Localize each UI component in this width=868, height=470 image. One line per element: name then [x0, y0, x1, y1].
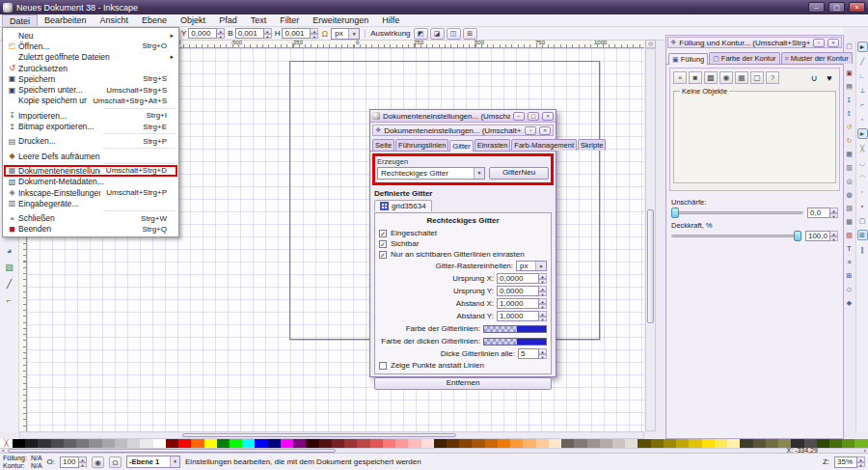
fill-stroke-dialog-icon[interactable]: ▧: [844, 230, 854, 240]
redo-icon[interactable]: ↻: [844, 135, 854, 146]
palette-swatch[interactable]: [727, 439, 740, 448]
palette-swatch[interactable]: [255, 439, 267, 448]
dropper-tool-icon[interactable]: ╱: [2, 277, 17, 290]
snap-enable-icon[interactable]: ►: [857, 41, 868, 52]
palette-swatch[interactable]: [242, 439, 255, 448]
palette-swatch[interactable]: [740, 439, 752, 448]
snap-grid-icon[interactable]: ⊞: [857, 230, 868, 240]
y-field[interactable]: 0,000 ▲▼: [188, 28, 225, 39]
palette-swatch[interactable]: [166, 439, 178, 448]
palette-swatch[interactable]: [204, 439, 217, 448]
palette-swatch[interactable]: [51, 439, 64, 448]
checkbox[interactable]: ✓: [379, 251, 387, 259]
no-paint-icon[interactable]: ×: [673, 71, 687, 84]
fill-stroke-indicator[interactable]: Füllung: N/A Kontur: N/A: [3, 455, 42, 470]
palette-swatch[interactable]: [689, 439, 701, 448]
menu-item-kopie-speichern[interactable]: Kopie speichern unter... Umschalt+Strg+A…: [4, 96, 177, 106]
palette-swatch[interactable]: [191, 439, 203, 448]
zoom-level-spin[interactable]: 35% ▲▼: [834, 456, 865, 468]
palette-swatch[interactable]: [587, 439, 600, 448]
checkbox-row[interactable]: ✓ Eingeschaltet: [379, 228, 547, 238]
menu-text[interactable]: Text: [244, 14, 274, 26]
dialog-tab[interactable]: Gitter: [449, 140, 473, 152]
menu-item-dokumenteneinstellungen[interactable]: ▦ Dokumenteneinstellungen... Umschalt+St…: [4, 165, 177, 176]
scrollbar-thumb[interactable]: [647, 209, 654, 324]
checkbox-unchecked[interactable]: [379, 362, 387, 370]
checkbox[interactable]: ✓: [379, 240, 387, 248]
palette-swatch[interactable]: [651, 439, 664, 448]
grid-entry-tab[interactable]: grid35634: [374, 200, 432, 211]
palette-swatch[interactable]: [625, 439, 637, 448]
palette-swatch[interactable]: [510, 439, 523, 448]
palette-swatch[interactable]: [38, 439, 50, 448]
menu-bearbeiten[interactable]: Bearbeiten: [38, 14, 94, 26]
palette-swatch[interactable]: [115, 439, 127, 448]
dialog-tab[interactable]: Skripte: [578, 139, 606, 151]
palette-swatch[interactable]: [153, 439, 166, 448]
spin-field[interactable]: 1,0000 ▲▼: [497, 311, 547, 321]
snap-path-intersection-icon[interactable]: ◡: [857, 157, 868, 168]
palette-swatch[interactable]: [370, 439, 383, 448]
palette-swatch[interactable]: [293, 439, 306, 448]
undo-icon[interactable]: ↺: [844, 122, 854, 132]
opacity-slider[interactable]: [671, 231, 801, 241]
dialog-close-button[interactable]: ×: [542, 112, 554, 121]
pattern-icon[interactable]: ▦: [735, 71, 748, 84]
palette-swatch[interactable]: [536, 439, 549, 448]
menu-pfad[interactable]: Pfad: [212, 14, 244, 26]
layer-visibility-toggle-icon[interactable]: ◉: [92, 456, 104, 468]
menu-item-zuruecksetzen[interactable]: ↺ Zurücksetzen: [4, 63, 177, 73]
dialog-minimize-button[interactable]: ‒: [513, 112, 525, 121]
palette-swatch[interactable]: [447, 439, 459, 448]
vertical-scrollbar[interactable]: [645, 48, 656, 431]
snap-node-smooth-icon[interactable]: ◦: [857, 186, 868, 197]
dialog-tab[interactable]: Seite: [372, 139, 394, 151]
unknown-paint-icon[interactable]: ?: [766, 71, 779, 84]
palette-swatch[interactable]: [281, 439, 293, 448]
palette-swatch[interactable]: [178, 439, 191, 448]
group-icon[interactable]: ▩: [844, 216, 854, 227]
menu-item-leere-defs[interactable]: ◆ Leere Defs aufräumen: [4, 151, 177, 161]
palette-swatch[interactable]: [766, 439, 778, 448]
menu-item-importieren[interactable]: ↧ Importieren... Strg+I: [4, 110, 177, 121]
tab-fuellung[interactable]: ▣ Füllung: [668, 53, 708, 65]
zoom-drawing-icon[interactable]: ◎: [844, 176, 854, 186]
layer-lock-toggle-icon[interactable]: Ω: [109, 456, 122, 468]
palette-swatch[interactable]: [408, 439, 420, 448]
checkbox-row[interactable]: ✓ Nur an sichtbaren Gitterlinien einrast…: [379, 249, 547, 260]
palette-swatch[interactable]: [127, 439, 140, 448]
duplicate-icon[interactable]: ▨: [844, 203, 854, 213]
snap-path-icon[interactable]: ╳: [857, 143, 868, 153]
palette-swatch[interactable]: [600, 439, 612, 448]
checkbox[interactable]: ✓: [379, 230, 387, 237]
tab-muster-der-kontur[interactable]: ≡ Muster der Kontur: [781, 52, 853, 64]
palette-swatch[interactable]: [268, 439, 281, 448]
menu-item-speichern-unter[interactable]: ▣ Speichern unter... Umschalt+Strg+S: [4, 84, 177, 95]
snap-bbox-edge-icon[interactable]: ∟: [857, 70, 868, 81]
panel-close-button[interactable]: ×: [827, 39, 839, 47]
palette-swatch[interactable]: [421, 439, 434, 448]
layers-dialog-icon[interactable]: ◆: [844, 297, 854, 308]
palette-swatch[interactable]: [383, 439, 395, 448]
menu-item-inkscape-einstellungen[interactable]: ◈ Inkscape-Einstellungen... Umschalt+Str…: [4, 187, 177, 198]
palette-swatch[interactable]: [395, 439, 408, 448]
palette-swatch[interactable]: [612, 439, 625, 448]
palette-swatch[interactable]: [217, 439, 230, 448]
palette-swatch[interactable]: [332, 439, 344, 448]
panel-dock-button[interactable]: ▫: [813, 39, 825, 47]
panel-close-button[interactable]: ×: [539, 126, 551, 135]
slider-thumb[interactable]: [671, 207, 679, 218]
copy-icon[interactable]: ▦: [844, 149, 854, 159]
palette-swatch[interactable]: [140, 439, 152, 448]
palette-swatch[interactable]: [306, 439, 318, 448]
menu-item-oeffnen[interactable]: ◰ Öffnen... Strg+O: [4, 41, 177, 51]
palette-swatch[interactable]: [574, 439, 586, 448]
snap-bbox-corner-icon[interactable]: ⊥: [857, 85, 868, 96]
new-grid-button[interactable]: GitterNeu: [489, 167, 549, 180]
palette-swatch[interactable]: [753, 439, 766, 448]
snap-bbox-icon[interactable]: ╱: [857, 56, 868, 67]
palette-swatch[interactable]: [25, 439, 38, 448]
gradient-tool-icon[interactable]: ▧: [2, 261, 17, 274]
palette-swatch[interactable]: [637, 439, 650, 448]
layer-select[interactable]: -Ebene 1 ▼: [126, 456, 180, 468]
